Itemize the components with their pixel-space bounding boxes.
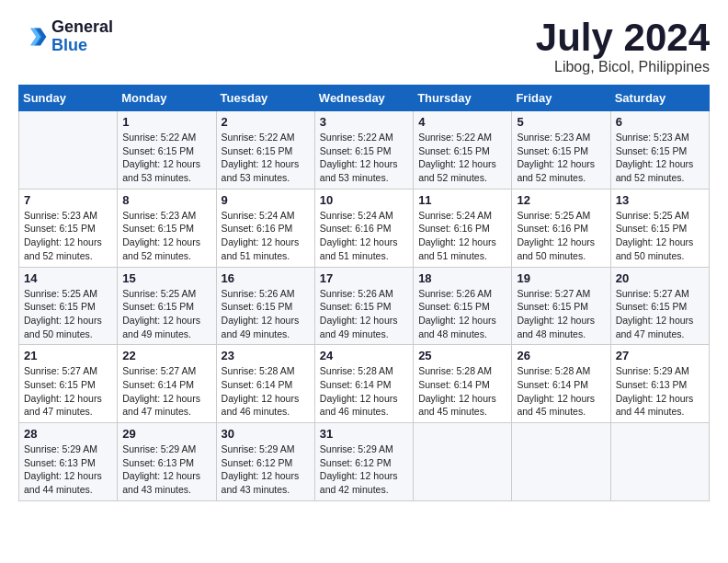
day-info: Sunrise: 5:27 AMSunset: 6:14 PMDaylight:… — [122, 364, 210, 419]
day-info: Sunrise: 5:23 AMSunset: 6:15 PMDaylight:… — [616, 131, 704, 185]
day-number: 7 — [24, 193, 112, 207]
day-number: 14 — [24, 271, 112, 285]
calendar-day-cell: 27Sunrise: 5:29 AMSunset: 6:13 PMDayligh… — [610, 345, 709, 423]
calendar-day-cell — [610, 423, 709, 501]
calendar-week-row: 28Sunrise: 5:29 AMSunset: 6:13 PMDayligh… — [19, 423, 710, 501]
calendar-day-cell: 15Sunrise: 5:25 AMSunset: 6:15 PMDayligh… — [118, 267, 216, 345]
day-number: 20 — [616, 271, 704, 285]
calendar-week-row: 1Sunrise: 5:22 AMSunset: 6:15 PMDaylight… — [19, 111, 710, 190]
calendar-day-cell: 18Sunrise: 5:26 AMSunset: 6:15 PMDayligh… — [414, 267, 512, 345]
day-info: Sunrise: 5:29 AMSunset: 6:13 PMDaylight:… — [616, 364, 704, 419]
day-number: 16 — [222, 271, 310, 285]
day-info: Sunrise: 5:22 AMSunset: 6:15 PMDaylight:… — [122, 131, 210, 185]
day-info: Sunrise: 5:28 AMSunset: 6:14 PMDaylight:… — [418, 364, 506, 419]
calendar-day-cell: 19Sunrise: 5:27 AMSunset: 6:15 PMDayligh… — [512, 267, 610, 345]
day-number: 22 — [122, 349, 210, 362]
calendar-day-cell: 3Sunrise: 5:22 AMSunset: 6:15 PMDaylight… — [314, 111, 413, 190]
logo-line1: General — [51, 18, 113, 37]
day-info: Sunrise: 5:28 AMSunset: 6:14 PMDaylight:… — [222, 364, 310, 419]
day-number: 29 — [122, 427, 210, 441]
day-number: 4 — [418, 115, 506, 129]
day-number: 21 — [24, 349, 112, 362]
calendar-day-cell: 5Sunrise: 5:23 AMSunset: 6:15 PMDaylight… — [512, 111, 610, 190]
day-info: Sunrise: 5:27 AMSunset: 6:15 PMDaylight:… — [517, 287, 605, 341]
calendar-day-cell — [19, 111, 118, 190]
logo: General Blue — [18, 18, 113, 55]
calendar-day-cell — [512, 423, 610, 501]
day-number: 8 — [122, 193, 210, 207]
calendar-day-cell: 30Sunrise: 5:29 AMSunset: 6:12 PMDayligh… — [216, 423, 314, 501]
weekday-header-monday: Monday — [118, 86, 216, 111]
day-info: Sunrise: 5:25 AMSunset: 6:16 PMDaylight:… — [517, 209, 605, 263]
calendar-day-cell: 13Sunrise: 5:25 AMSunset: 6:15 PMDayligh… — [610, 189, 709, 267]
calendar-day-cell: 29Sunrise: 5:29 AMSunset: 6:13 PMDayligh… — [118, 423, 216, 501]
calendar-day-cell: 28Sunrise: 5:29 AMSunset: 6:13 PMDayligh… — [19, 423, 118, 501]
day-info: Sunrise: 5:24 AMSunset: 6:16 PMDaylight:… — [320, 209, 408, 263]
calendar-table: SundayMondayTuesdayWednesdayThursdayFrid… — [18, 85, 710, 501]
calendar-day-cell: 26Sunrise: 5:28 AMSunset: 6:14 PMDayligh… — [512, 345, 610, 423]
calendar-day-cell: 2Sunrise: 5:22 AMSunset: 6:15 PMDaylight… — [216, 111, 314, 190]
calendar-day-cell: 25Sunrise: 5:28 AMSunset: 6:14 PMDayligh… — [414, 345, 512, 423]
day-number: 24 — [320, 349, 408, 362]
day-info: Sunrise: 5:25 AMSunset: 6:15 PMDaylight:… — [122, 287, 210, 341]
calendar-day-cell: 10Sunrise: 5:24 AMSunset: 6:16 PMDayligh… — [314, 189, 413, 267]
day-info: Sunrise: 5:22 AMSunset: 6:15 PMDaylight:… — [320, 131, 408, 185]
weekday-header-sunday: Sunday — [19, 86, 118, 111]
calendar-day-cell: 4Sunrise: 5:22 AMSunset: 6:15 PMDaylight… — [414, 111, 512, 190]
day-info: Sunrise: 5:24 AMSunset: 6:16 PMDaylight:… — [418, 209, 506, 263]
day-info: Sunrise: 5:29 AMSunset: 6:13 PMDaylight:… — [122, 442, 210, 497]
day-number: 6 — [616, 115, 704, 129]
calendar-day-cell: 23Sunrise: 5:28 AMSunset: 6:14 PMDayligh… — [216, 345, 314, 423]
day-number: 11 — [418, 193, 506, 207]
day-number: 26 — [517, 349, 605, 362]
day-info: Sunrise: 5:25 AMSunset: 6:15 PMDaylight:… — [616, 209, 704, 263]
day-number: 1 — [122, 115, 210, 129]
calendar-day-cell: 17Sunrise: 5:26 AMSunset: 6:15 PMDayligh… — [314, 267, 413, 345]
day-number: 17 — [320, 271, 408, 285]
day-info: Sunrise: 5:23 AMSunset: 6:15 PMDaylight:… — [24, 209, 112, 263]
day-number: 3 — [320, 115, 408, 129]
day-info: Sunrise: 5:25 AMSunset: 6:15 PMDaylight:… — [24, 287, 112, 341]
location-subtitle: Libog, Bicol, Philippines — [536, 59, 710, 75]
weekday-header-wednesday: Wednesday — [314, 86, 413, 111]
day-info: Sunrise: 5:27 AMSunset: 6:15 PMDaylight:… — [616, 287, 704, 341]
day-info: Sunrise: 5:29 AMSunset: 6:12 PMDaylight:… — [222, 442, 310, 497]
day-info: Sunrise: 5:28 AMSunset: 6:14 PMDaylight:… — [517, 364, 605, 419]
day-number: 9 — [222, 193, 310, 207]
day-number: 18 — [418, 271, 506, 285]
day-number: 23 — [222, 349, 310, 362]
calendar-day-cell: 22Sunrise: 5:27 AMSunset: 6:14 PMDayligh… — [118, 345, 216, 423]
day-info: Sunrise: 5:29 AMSunset: 6:13 PMDaylight:… — [24, 442, 112, 497]
day-number: 19 — [517, 271, 605, 285]
day-info: Sunrise: 5:22 AMSunset: 6:15 PMDaylight:… — [418, 131, 506, 185]
day-info: Sunrise: 5:28 AMSunset: 6:14 PMDaylight:… — [320, 364, 408, 419]
weekday-header-tuesday: Tuesday — [216, 86, 314, 111]
calendar-day-cell: 21Sunrise: 5:27 AMSunset: 6:15 PMDayligh… — [19, 345, 118, 423]
day-info: Sunrise: 5:22 AMSunset: 6:15 PMDaylight:… — [222, 131, 310, 185]
weekday-header-friday: Friday — [512, 86, 610, 111]
title-area: July 2024 Libog, Bicol, Philippines — [536, 18, 710, 75]
calendar-day-cell: 9Sunrise: 5:24 AMSunset: 6:16 PMDaylight… — [216, 189, 314, 267]
day-number: 27 — [616, 349, 704, 362]
day-info: Sunrise: 5:27 AMSunset: 6:15 PMDaylight:… — [24, 364, 112, 419]
calendar-day-cell: 31Sunrise: 5:29 AMSunset: 6:12 PMDayligh… — [314, 423, 413, 501]
day-number: 25 — [418, 349, 506, 362]
calendar-day-cell: 12Sunrise: 5:25 AMSunset: 6:16 PMDayligh… — [512, 189, 610, 267]
calendar-day-cell: 8Sunrise: 5:23 AMSunset: 6:15 PMDaylight… — [118, 189, 216, 267]
logo-text: General Blue — [51, 18, 113, 55]
day-number: 28 — [24, 427, 112, 441]
calendar-day-cell: 11Sunrise: 5:24 AMSunset: 6:16 PMDayligh… — [414, 189, 512, 267]
calendar-day-cell: 6Sunrise: 5:23 AMSunset: 6:15 PMDaylight… — [610, 111, 709, 190]
day-info: Sunrise: 5:26 AMSunset: 6:15 PMDaylight:… — [320, 287, 408, 341]
calendar-day-cell: 20Sunrise: 5:27 AMSunset: 6:15 PMDayligh… — [610, 267, 709, 345]
day-number: 10 — [320, 193, 408, 207]
day-number: 5 — [517, 115, 605, 129]
calendar-day-cell: 14Sunrise: 5:25 AMSunset: 6:15 PMDayligh… — [19, 267, 118, 345]
logo-icon — [18, 22, 48, 52]
calendar-week-row: 21Sunrise: 5:27 AMSunset: 6:15 PMDayligh… — [19, 345, 710, 423]
calendar-week-row: 14Sunrise: 5:25 AMSunset: 6:15 PMDayligh… — [19, 267, 710, 345]
calendar-day-cell: 1Sunrise: 5:22 AMSunset: 6:15 PMDaylight… — [118, 111, 216, 190]
weekday-header-row: SundayMondayTuesdayWednesdayThursdayFrid… — [19, 86, 710, 111]
calendar-day-cell: 16Sunrise: 5:26 AMSunset: 6:15 PMDayligh… — [216, 267, 314, 345]
calendar-week-row: 7Sunrise: 5:23 AMSunset: 6:15 PMDaylight… — [19, 189, 710, 267]
